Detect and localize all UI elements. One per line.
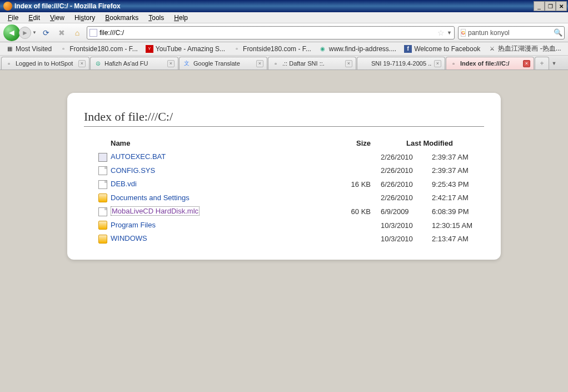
tab-label: Index of file:///C:/ [460, 60, 520, 67]
col-name: Name [85, 137, 335, 150]
tab-close-icon[interactable]: × [523, 60, 530, 67]
restore-button[interactable]: ❐ [545, 1, 556, 11]
page-icon: ▫ [233, 45, 241, 53]
close-button[interactable]: ✕ [556, 1, 567, 11]
menu-tools[interactable]: Tools [144, 13, 168, 23]
home-button[interactable]: ⌂ [71, 27, 83, 39]
file-time: 2:42:17 AM [427, 192, 483, 205]
folder-icon [98, 193, 107, 202]
bookmark-label: Most Visited [16, 45, 52, 53]
table-row: MobaLiveCD HardDisk.mlc60 KB6/9/20096:08… [85, 205, 483, 218]
bookmarks-overflow[interactable]: » [566, 44, 568, 54]
search-go-icon[interactable]: 🔍 [554, 28, 562, 37]
tab-hotspot[interactable]: ▫Logged in to HotSpot× [1, 57, 89, 70]
tab-strip: ▫Logged in to HotSpot× ☮Hafizh As'ad FU×… [0, 56, 568, 70]
bookmark-item[interactable]: YYouTube - Amazing S... [142, 44, 228, 54]
forward-button[interactable]: ► [19, 27, 31, 39]
folder-icon [98, 235, 107, 244]
bat-icon [98, 153, 107, 162]
page-heading: Index of file:///C:/ [84, 110, 484, 127]
col-modified: Last Modified [376, 137, 483, 150]
new-tab-button[interactable]: + [535, 57, 549, 70]
file-size: 16 KB [336, 178, 375, 191]
search-bar[interactable]: 🔍 [458, 26, 565, 39]
table-row: AUTOEXEC.BAT2/26/20102:39:37 AM [85, 151, 483, 163]
file-size: 60 KB [336, 205, 375, 218]
file-date: 6/9/2009 [376, 205, 426, 218]
google-icon [361, 59, 368, 67]
most-visited-icon: ▦ [6, 45, 13, 53]
file-link[interactable]: Documents and Settings [111, 193, 190, 202]
menu-view[interactable]: View [46, 13, 69, 23]
file-link[interactable]: CONFIG.SYS [111, 166, 155, 175]
reload-button[interactable]: ⟳ [40, 27, 52, 39]
bookmark-star-icon[interactable]: ☆ [437, 28, 445, 37]
stop-button[interactable]: ✖ [56, 27, 68, 39]
file-link[interactable]: MobaLiveCD HardDisk.mlc [111, 206, 200, 216]
page-icon: ▫ [59, 45, 67, 53]
file-size [336, 219, 375, 232]
bookmark-item[interactable]: fWelcome to Facebook [401, 44, 484, 54]
tab-close-icon[interactable]: × [167, 60, 175, 67]
file-link[interactable]: DEB.vdi [111, 180, 137, 188]
bookmark-label: Frontside180.com - F... [243, 45, 311, 53]
globe-icon: ◉ [319, 45, 327, 53]
file-size [336, 232, 375, 245]
file-time: 12:30:15 AM [427, 219, 483, 232]
bookmark-most-visited[interactable]: ▦Most Visited [2, 44, 55, 54]
minimize-button[interactable]: _ [534, 1, 545, 11]
site-icon: ⚔ [488, 45, 496, 53]
tab-sni[interactable]: ▫.:: Daftar SNI ::.× [268, 57, 356, 70]
bookmark-label: Welcome to Facebook [414, 45, 480, 53]
back-button[interactable]: ◄ [3, 24, 20, 41]
nav-history-dropdown[interactable]: ▼ [31, 30, 37, 35]
url-input[interactable] [99, 29, 435, 37]
menu-history[interactable]: History [70, 13, 99, 23]
tab-index[interactable]: ▫Index of file:///C:/× [446, 57, 534, 70]
menu-file[interactable]: File [3, 13, 23, 23]
search-input[interactable] [468, 29, 551, 37]
file-date: 10/3/2010 [376, 219, 426, 232]
bookmark-item[interactable]: ▫Frontside180.com - F... [56, 44, 141, 54]
directory-listing-panel: Index of file:///C:/ Name Size Last Modi… [67, 93, 501, 260]
tab-close-icon[interactable]: × [345, 60, 352, 67]
tab-close-icon[interactable]: × [78, 60, 86, 67]
bookmark-item[interactable]: ▫Frontside180.com - F... [230, 44, 315, 54]
tab-close-icon[interactable]: × [256, 60, 263, 67]
url-dropdown-icon[interactable]: ▼ [447, 30, 452, 36]
menu-edit[interactable]: Edit [24, 13, 44, 23]
tab-sni-2005[interactable]: SNI 19-7119.4-2005 ...× [357, 57, 445, 70]
tab-hafizh[interactable]: ☮Hafizh As'ad FU× [90, 57, 178, 70]
table-row: CONFIG.SYS2/26/20102:39:37 AM [85, 165, 483, 177]
file-date: 2/26/2010 [376, 165, 426, 177]
file-time: 2:39:37 AM [427, 165, 483, 177]
page-icon: ▫ [5, 59, 13, 67]
page-icon [89, 29, 97, 37]
menu-bookmarks[interactable]: Bookmarks [101, 13, 143, 23]
tab-list-dropdown[interactable]: ▼ [549, 57, 559, 70]
bookmark-label: Frontside180.com - F... [69, 45, 138, 53]
menu-help[interactable]: Help [170, 13, 192, 23]
url-bar[interactable]: ☆ ▼ [87, 26, 455, 39]
window-titlebar: Index of file:///C:/ - Mozilla Firefox _… [0, 0, 568, 12]
window-title: Index of file:///C:/ - Mozilla Firefox [14, 2, 534, 10]
firefox-icon [3, 2, 12, 11]
file-link[interactable]: AUTOEXEC.BAT [111, 152, 166, 161]
bookmark-item[interactable]: ⚔热血江湖漫画 -热血... [485, 43, 564, 54]
bookmark-item[interactable]: ◉www.find-ip-address.... [316, 44, 400, 54]
file-date: 2/26/2010 [376, 192, 426, 205]
col-size: Size [336, 137, 375, 150]
table-row: Program Files10/3/201012:30:15 AM [85, 219, 483, 232]
google-icon[interactable] [461, 29, 466, 37]
tab-close-icon[interactable]: × [434, 60, 441, 67]
file-link[interactable]: WINDOWS [111, 234, 147, 242]
file-link[interactable]: Program Files [111, 221, 156, 229]
tab-translate[interactable]: 文Google Translate× [179, 57, 267, 70]
tab-label: Google Translate [193, 60, 253, 67]
file-time: 2:39:37 AM [427, 151, 483, 163]
table-row: Documents and Settings2/26/20102:42:17 A… [85, 192, 483, 205]
peace-icon: ☮ [94, 59, 102, 67]
file-date: 10/3/2010 [376, 232, 426, 245]
file-date: 2/26/2010 [376, 151, 426, 163]
google-translate-icon: 文 [183, 59, 191, 67]
